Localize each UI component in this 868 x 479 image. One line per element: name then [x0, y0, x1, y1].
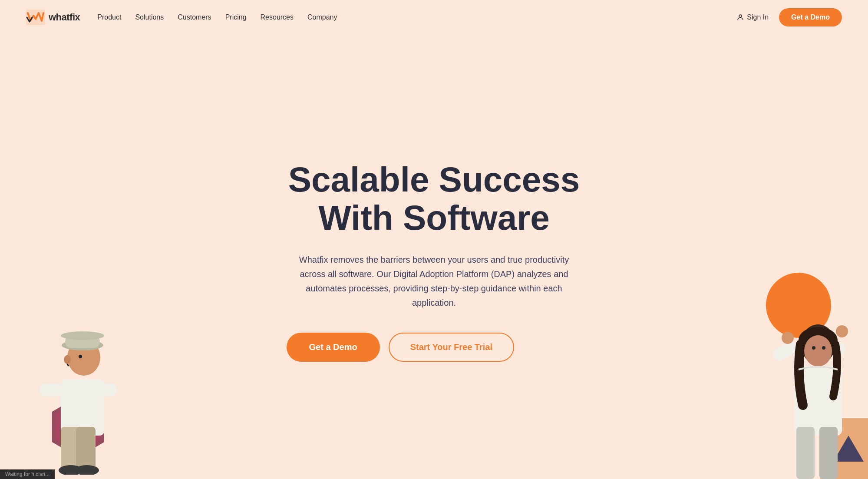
- logo[interactable]: whatfix: [26, 10, 80, 25]
- svg-rect-6: [93, 383, 117, 396]
- navbar-right: Sign In Get a Demo: [736, 8, 842, 26]
- nav-links: Product Solutions Customers Pricing Reso…: [97, 13, 337, 21]
- status-bar: Waiting for h.clari...: [0, 469, 55, 479]
- user-icon: [736, 13, 744, 21]
- nav-item-product[interactable]: Product: [97, 13, 121, 21]
- nav-link-solutions[interactable]: Solutions: [135, 13, 164, 21]
- hero-buttons: Get a Demo Start Your Free Trial: [287, 333, 582, 362]
- nav-link-company[interactable]: Company: [307, 13, 337, 21]
- navbar: whatfix Product Solutions Customers Pric…: [0, 0, 868, 35]
- nav-link-product[interactable]: Product: [97, 13, 121, 21]
- left-person-svg: [4, 262, 152, 475]
- nav-item-resources[interactable]: Resources: [261, 13, 294, 21]
- svg-point-31: [822, 346, 825, 350]
- sign-in-button[interactable]: Sign In: [736, 13, 769, 21]
- illustration-left: [0, 262, 156, 479]
- status-text: Waiting for h.clari...: [5, 471, 50, 477]
- hero-free-trial-button[interactable]: Start Your Free Trial: [389, 333, 514, 362]
- svg-point-24: [836, 325, 848, 337]
- nav-link-resources[interactable]: Resources: [261, 13, 294, 21]
- brand-name: whatfix: [49, 12, 80, 23]
- navbar-left: whatfix Product Solutions Customers Pric…: [26, 10, 337, 25]
- nav-item-pricing[interactable]: Pricing: [225, 13, 247, 21]
- nav-link-pricing[interactable]: Pricing: [225, 13, 247, 21]
- svg-point-23: [782, 332, 794, 344]
- svg-rect-25: [796, 427, 815, 479]
- svg-rect-8: [76, 427, 96, 470]
- right-person-svg: [703, 253, 868, 479]
- hero-get-demo-button[interactable]: Get a Demo: [287, 333, 380, 362]
- hero-description: Whatfix removes the barriers between you…: [287, 253, 582, 310]
- nav-item-customers[interactable]: Customers: [178, 13, 211, 21]
- svg-point-14: [61, 331, 104, 340]
- svg-rect-26: [819, 427, 838, 479]
- hero-title-line1: Scalable Success: [288, 160, 580, 199]
- svg-point-1: [739, 15, 742, 17]
- nav-item-solutions[interactable]: Solutions: [135, 13, 164, 21]
- svg-rect-5: [39, 383, 63, 396]
- nav-item-company[interactable]: Company: [307, 13, 337, 21]
- svg-point-30: [812, 346, 815, 350]
- hero-content: Scalable Success With Software Whatfix r…: [287, 161, 582, 362]
- illustration-right: [703, 253, 868, 479]
- nav-link-customers[interactable]: Customers: [178, 13, 211, 21]
- whatfix-logo-icon: [26, 10, 45, 25]
- svg-point-15: [79, 355, 82, 358]
- hero-section: Scalable Success With Software Whatfix r…: [0, 35, 868, 479]
- sign-in-label: Sign In: [747, 13, 769, 21]
- svg-point-16: [64, 355, 71, 364]
- get-demo-nav-button[interactable]: Get a Demo: [779, 8, 842, 26]
- hero-title: Scalable Success With Software: [287, 161, 582, 237]
- hero-title-line2: With Software: [318, 198, 550, 237]
- svg-point-29: [804, 335, 832, 367]
